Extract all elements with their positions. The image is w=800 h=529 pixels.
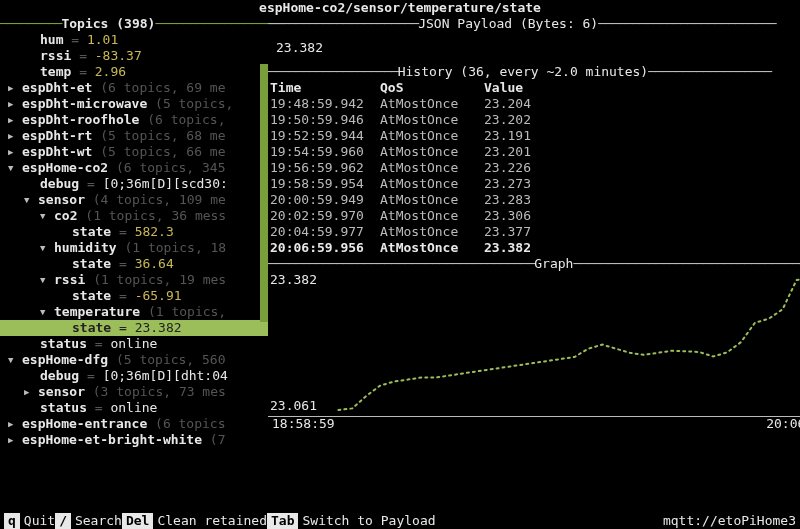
payload-value: 23.382 (268, 32, 800, 64)
history-row[interactable]: 19:58:59.954AtMostOnce23.273 (268, 176, 800, 192)
graph-ymax: 23.382 (270, 272, 317, 288)
history-row[interactable]: 19:52:59.944AtMostOnce23.191 (268, 128, 800, 144)
graph-xmin: 18:58:59 (272, 417, 335, 432)
history-table: Time QoS Value 19:48:59.942AtMostOnce23.… (268, 80, 800, 256)
tree-branch[interactable]: rssi (1 topics, 19 mes (0, 272, 268, 288)
tree-branch[interactable]: espHome-entrance (6 topics (0, 416, 268, 432)
tree-leaf-selected[interactable]: state = 23.382 (0, 320, 268, 336)
graph-ymin: 23.061 (270, 398, 317, 414)
del-key[interactable]: Del (122, 513, 153, 529)
tree-branch[interactable]: temperature (1 topics, (0, 304, 268, 320)
chevron-right-icon (8, 112, 22, 128)
chevron-right-icon (8, 128, 22, 144)
graph-xmax: 20:06:59 (766, 417, 800, 432)
search-key[interactable]: / (55, 513, 71, 529)
topics-panel: ─────────Topics (398)───────────────────… (0, 16, 268, 512)
tree-branch[interactable]: sensor (4 topics, 109 me (0, 192, 268, 208)
chevron-down-icon (40, 272, 54, 288)
tree-branch[interactable]: co2 (1 topics, 36 mess (0, 208, 268, 224)
graph-panel: 23.382 23.061 18:58:59 20:06:59 (268, 272, 800, 432)
tree-branch[interactable]: espDht-roofhole (6 topics, (0, 112, 268, 128)
chevron-right-icon (8, 80, 22, 96)
chevron-down-icon (24, 192, 38, 208)
tree-branch[interactable]: espDht-wt (5 topics, 66 me (0, 144, 268, 160)
tree-leaf[interactable]: state = 36.64 (0, 256, 268, 272)
graph-plot (268, 272, 800, 416)
tab-label: Switch to Payload (302, 513, 435, 529)
topic-path: espHome-co2/sensor/temperature/state (0, 0, 800, 16)
history-row[interactable]: 20:04:59.977AtMostOnce23.377 (268, 224, 800, 240)
del-label: Clean retained (157, 513, 267, 529)
footer-bar: qQuit /Search DelClean retained TabSwitc… (0, 512, 800, 529)
tab-key[interactable]: Tab (267, 513, 298, 529)
chevron-right-icon (8, 416, 22, 432)
tree-branch[interactable]: espDht-et (6 topics, 69 me (0, 80, 268, 96)
history-row[interactable]: 20:00:59.949AtMostOnce23.283 (268, 192, 800, 208)
history-row[interactable]: 19:56:59.962AtMostOnce23.226 (268, 160, 800, 176)
chevron-right-icon (8, 144, 22, 160)
tree-branch[interactable]: sensor (3 topics, 73 mes (0, 384, 268, 400)
history-row[interactable]: 20:06:59.956AtMostOnce23.382 (268, 240, 800, 256)
graph-header: ───────────────────────────────────────G… (268, 256, 800, 272)
history-header: ───────────────────History (36, every ~2… (268, 64, 800, 80)
quit-key[interactable]: q (4, 513, 20, 529)
chevron-down-icon (8, 352, 22, 368)
payload-header: ──────────────────────JSON Payload (Byte… (268, 16, 800, 32)
chevron-down-icon (40, 304, 54, 320)
topics-header: ─────────Topics (398)─────────────────── (0, 16, 268, 32)
history-row[interactable]: 19:50:59.946AtMostOnce23.202 (268, 112, 800, 128)
history-row[interactable]: 19:54:59.960AtMostOnce23.201 (268, 144, 800, 160)
tree-leaf[interactable]: temp = 2.96 (0, 64, 268, 80)
chevron-right-icon (24, 384, 38, 400)
chevron-right-icon (8, 96, 22, 112)
chevron-down-icon (40, 208, 54, 224)
search-label: Search (75, 513, 122, 529)
tree-leaf[interactable]: state = 582.3 (0, 224, 268, 240)
chevron-down-icon (40, 240, 54, 256)
tree-leaf[interactable]: hum = 1.01 (0, 32, 268, 48)
tree-leaf[interactable]: debug = [0;36m[D][scd30: (0, 176, 268, 192)
history-row[interactable]: 19:48:59.942AtMostOnce23.204 (268, 96, 800, 112)
tree-branch[interactable]: espHome-et-bright-white (7 (0, 432, 268, 448)
topic-tree[interactable]: hum = 1.01 rssi = -83.37 temp = 2.96 esp… (0, 32, 268, 512)
tree-leaf[interactable]: status = online (0, 400, 268, 416)
tree-leaf[interactable]: debug = [0;36m[D][dht:04 (0, 368, 268, 384)
history-row[interactable]: 20:02:59.970AtMostOnce23.306 (268, 208, 800, 224)
broker-url: mqtt://etoPiHome3 (663, 513, 796, 529)
history-columns: Time QoS Value (268, 80, 800, 96)
tree-branch[interactable]: espDht-rt (5 topics, 68 me (0, 128, 268, 144)
tree-scrollbar[interactable] (260, 32, 268, 512)
tree-leaf[interactable]: state = -65.91 (0, 288, 268, 304)
quit-label: Quit (24, 513, 55, 529)
chevron-right-icon (8, 432, 22, 448)
tree-branch[interactable]: espHome-dfg (5 topics, 560 (0, 352, 268, 368)
tree-branch[interactable]: espDht-microwave (5 topics, (0, 96, 268, 112)
scroll-thumb[interactable] (260, 64, 268, 322)
chevron-down-icon (8, 160, 22, 176)
tree-branch[interactable]: espHome-co2 (6 topics, 345 (0, 160, 268, 176)
tree-leaf[interactable]: rssi = -83.37 (0, 48, 268, 64)
tree-branch[interactable]: humidity (1 topics, 18 (0, 240, 268, 256)
tree-leaf[interactable]: status = online (0, 336, 268, 352)
